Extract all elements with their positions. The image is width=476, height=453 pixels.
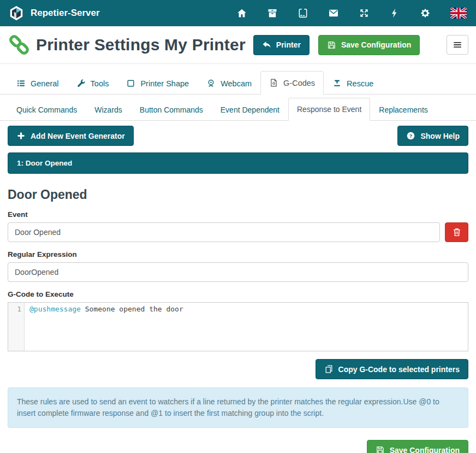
delete-event-button[interactable]: [445, 222, 468, 242]
page-header: Printer Settings My Printer Printer Save…: [0, 26, 476, 64]
tablet-icon[interactable]: [297, 8, 308, 19]
nozzle-icon: [332, 79, 342, 88]
back-arrow-icon: [262, 40, 271, 50]
expand-arrows-icon[interactable]: [359, 8, 370, 19]
hamburger-icon: [453, 40, 462, 50]
tab-webcam[interactable]: Webcam: [198, 72, 260, 95]
editor-line-number: 1: [8, 303, 25, 351]
regex-label: Regular Expression: [8, 250, 468, 258]
action-row: Add New Event Generator ? Show Help: [8, 126, 468, 146]
save-configuration-button-top[interactable]: Save Configuration: [318, 35, 420, 55]
gcode-keyword: @pushmessage: [29, 305, 81, 313]
event-section-title: Door Opened: [8, 187, 468, 202]
list-icon: [16, 79, 26, 88]
regex-input[interactable]: [8, 262, 468, 282]
tab-g-codes[interactable]: G G-Codes: [260, 71, 324, 95]
save-configuration-button-bottom[interactable]: Save Configuration: [367, 440, 468, 453]
floppy-icon: [376, 445, 385, 453]
tab-rescue[interactable]: Rescue: [324, 72, 382, 95]
svg-text:?: ?: [409, 133, 413, 139]
top-navbar: Repetier-Server: [0, 0, 476, 26]
menu-button[interactable]: [447, 35, 468, 55]
navbar-icons: [236, 8, 467, 19]
info-alert: These rules are used to send an event to…: [8, 387, 468, 428]
show-help-button[interactable]: ? Show Help: [397, 126, 468, 146]
tab-tools[interactable]: Tools: [68, 72, 118, 95]
event-panel-header[interactable]: 1: Door Opened: [8, 152, 468, 174]
uk-flag-icon[interactable]: [450, 8, 467, 19]
footer-row: Save Configuration: [8, 440, 468, 453]
floppy-icon: [327, 40, 336, 50]
home-icon[interactable]: [236, 8, 247, 19]
gcode-subtabs: Quick Commands Wizards Button Commands E…: [0, 98, 476, 121]
tab-printer-shape[interactable]: Printer Shape: [117, 72, 198, 95]
brand-title: Repetier-Server: [31, 8, 100, 19]
plus-icon: [16, 131, 26, 140]
copy-gcode-button[interactable]: Copy G-Code to selected printers: [316, 359, 468, 379]
archive-box-icon[interactable]: [267, 8, 278, 19]
tab-general[interactable]: General: [8, 72, 68, 95]
copy-row: Copy G-Code to selected printers: [8, 359, 468, 379]
wrench-icon: [76, 79, 86, 88]
question-circle-icon: ?: [406, 131, 415, 140]
settings-tabs: General Tools Printer Shape Webcam G G-C…: [0, 71, 476, 95]
bolt-icon[interactable]: [389, 8, 400, 19]
gcode-file-icon: G: [269, 78, 278, 87]
subtab-response-to-event[interactable]: Response to Event: [288, 98, 370, 121]
editor-code-line[interactable]: @pushmessage Someone opened the door: [25, 303, 468, 351]
subtab-replacements[interactable]: Replacements: [370, 98, 437, 121]
copy-icon: [324, 364, 334, 374]
repetier-logo-icon: [8, 5, 25, 21]
event-form: Event Regular Expression G-Code to Execu…: [8, 210, 468, 351]
gcode-editor[interactable]: 1 @pushmessage Someone opened the door: [8, 302, 468, 351]
gcode-text: Someone opened the door: [81, 305, 183, 313]
printer-button[interactable]: Printer: [253, 35, 310, 55]
subtab-quick-commands[interactable]: Quick Commands: [8, 98, 86, 121]
add-event-generator-button[interactable]: Add New Event Generator: [8, 126, 134, 146]
brand[interactable]: Repetier-Server: [8, 5, 100, 21]
page-title: Printer Settings My Printer: [36, 36, 246, 54]
webcam-icon: [206, 79, 216, 88]
subtab-button-commands[interactable]: Button Commands: [131, 98, 212, 121]
event-input[interactable]: [8, 222, 440, 242]
subtab-event-dependent[interactable]: Event Dependent: [212, 98, 288, 121]
event-label: Event: [8, 210, 468, 219]
svg-text:G: G: [272, 81, 275, 85]
square-outline-icon: [126, 79, 135, 88]
trash-icon: [452, 227, 462, 237]
gear-icon[interactable]: [420, 8, 431, 19]
chain-link-icon: [8, 33, 31, 56]
envelope-icon[interactable]: [328, 8, 339, 19]
info-alert-text: These rules are used to send an event to…: [17, 397, 439, 417]
gcode-label: G-Code to Execute: [8, 290, 468, 298]
subtab-wizards[interactable]: Wizards: [86, 98, 131, 121]
